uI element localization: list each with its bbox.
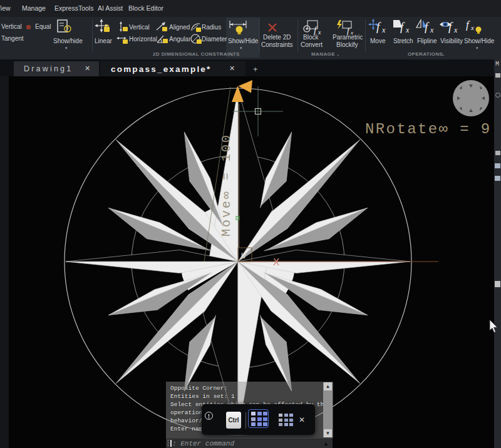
svg-text:x: x [453,26,458,34]
svg-text:f: f [425,20,430,33]
svg-text:x: x [430,26,434,34]
svg-text:f: f [376,20,381,33]
svg-text:x: x [381,26,386,34]
svg-text:f: f [400,20,405,33]
svg-text:x: x [405,26,410,34]
svg-text:f: f [448,20,453,33]
svg-text:x: x [470,24,474,31]
svg-text:f: f [466,19,470,31]
